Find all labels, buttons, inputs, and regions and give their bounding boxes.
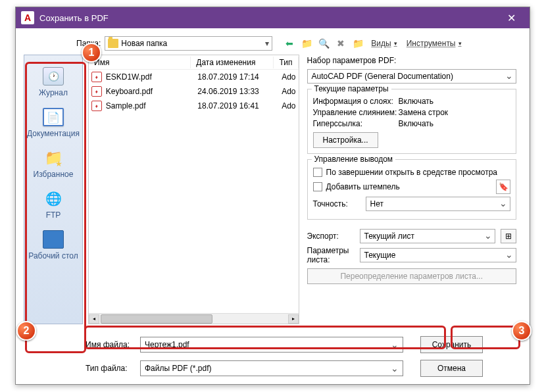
settings-button[interactable]: Настройка... (313, 132, 378, 148)
file-date: 18.07.2019 16:41 (197, 101, 282, 110)
precision-select[interactable]: Нет (366, 197, 511, 211)
pdf-icon: ♦ (91, 86, 102, 97)
pdf-options-panel: Набор параметров PDF: AutoCAD PDF (Gener… (305, 55, 522, 324)
sidebar-item-ftp[interactable]: FTP (27, 185, 80, 224)
sidebar-item-label: FTP (46, 210, 61, 220)
precision-label: Точность: (313, 199, 360, 208)
sidebar-item-label: Избранное (34, 170, 74, 179)
param-label: Информация о слоях: (313, 97, 399, 106)
back-icon[interactable]: ⬅ (283, 37, 296, 50)
param-value: Замена строк (399, 108, 449, 117)
sidebar-item-desktop[interactable]: Рабочий стол (27, 226, 80, 264)
group-title: Управление выводом (312, 155, 396, 164)
app-icon: A (21, 11, 34, 24)
group-title: Текущие параметры (312, 84, 391, 93)
callout-1: 1 (82, 43, 101, 62)
save-button[interactable]: Сохранить (420, 336, 483, 353)
stamp-settings-icon[interactable]: 🔖 (496, 180, 510, 194)
file-name: Keyboard.pdf (106, 87, 198, 96)
callout-2: 2 (16, 321, 36, 341)
filetype-select[interactable]: Файлы PDF (*.pdf) (140, 360, 403, 376)
override-button[interactable]: Переопределение параметров листа... (307, 268, 517, 284)
docs-icon (43, 108, 64, 126)
window-title: Сохранить в PDF (39, 13, 498, 23)
file-type: Ado (282, 87, 295, 96)
callout-3: 3 (512, 321, 532, 341)
preset-label: Набор параметров PDF: (307, 56, 517, 65)
sidebar-item-label: Рабочий стол (28, 251, 78, 260)
param-value: Включать (399, 97, 434, 106)
file-date: 24.06.2019 13:33 (197, 87, 282, 96)
sidebar-item-favorites[interactable]: Избранное (27, 145, 80, 183)
export-options-icon[interactable]: ⊞ (501, 229, 516, 243)
filename-input[interactable]: Чертеж1.pdf (140, 337, 403, 353)
col-date[interactable]: Дата изменения (191, 57, 274, 68)
tools-menu[interactable]: Инструменты (404, 39, 464, 48)
scroll-right-icon[interactable]: ▸ (288, 314, 299, 324)
sidebar-item-label: Журнал (39, 88, 68, 97)
file-row[interactable]: ♦ Sample.pdf 18.07.2019 16:41 Ado (89, 99, 299, 113)
file-list-header: Имя Дата изменения Тип (89, 55, 299, 70)
scroll-left-icon[interactable]: ◂ (89, 314, 99, 324)
stamp-checkbox[interactable] (313, 182, 322, 191)
scroll-thumb[interactable] (101, 314, 212, 324)
param-value: Включать (399, 119, 434, 128)
col-name[interactable]: Имя (89, 57, 191, 68)
file-row[interactable]: ♦ ESKD1W.pdf 18.07.2019 17:14 Ado (89, 70, 299, 84)
close-button[interactable]: ✕ (498, 7, 524, 28)
file-date: 18.07.2019 17:14 (197, 72, 282, 82)
desktop-icon (43, 230, 64, 249)
folder-icon (108, 39, 118, 48)
places-sidebar: Журнал Документация Избранное FTP Рабочи… (24, 55, 83, 324)
file-type: Ado (282, 72, 295, 82)
titlebar: A Сохранить в PDF ✕ (16, 7, 530, 28)
sidebar-item-docs[interactable]: Документация (27, 104, 80, 142)
views-menu[interactable]: Виды (368, 39, 399, 48)
pdf-icon: ♦ (91, 72, 102, 82)
file-row[interactable]: ♦ Keyboard.pdf 24.06.2019 13:33 Ado (89, 84, 299, 99)
cancel-button[interactable]: Отмена (420, 360, 483, 377)
favorites-icon (43, 149, 64, 167)
history-icon (43, 67, 64, 86)
output-group: Управление выводом По завершении открыть… (307, 159, 517, 220)
sidebar-item-history[interactable]: Журнал (27, 63, 80, 101)
open-viewer-checkbox[interactable] (313, 168, 322, 177)
preset-value: AutoCAD PDF (General Documentation) (312, 72, 453, 81)
file-type: Ado (282, 101, 295, 110)
checkbox-label: Добавить штемпель (326, 182, 400, 191)
param-label: Гиперссылка: (313, 119, 399, 128)
current-params-group: Текущие параметры Информация о слоях:Вкл… (307, 89, 517, 154)
sheet-params-select[interactable]: Текущие (360, 248, 517, 262)
file-name: ESKD1W.pdf (106, 72, 198, 82)
pdf-icon: ♦ (91, 101, 102, 111)
file-list[interactable]: ♦ ESKD1W.pdf 18.07.2019 17:14 Ado ♦ Keyb… (89, 70, 299, 313)
param-label: Управление слиянием: (313, 108, 399, 117)
delete-icon[interactable]: ✖ (334, 37, 347, 50)
up-folder-icon[interactable]: 📁 (300, 37, 313, 50)
folder-value: Новая папка (121, 39, 167, 48)
export-select[interactable]: Текущий лист (360, 229, 496, 243)
checkbox-label: По завершении открыть в средстве просмот… (326, 168, 498, 177)
export-label: Экспорт: (307, 232, 355, 241)
sheet-params-label: Параметры листа: (307, 246, 355, 264)
search-icon[interactable]: 🔍 (317, 37, 330, 50)
ftp-icon (43, 189, 64, 208)
filename-label: Имя файла: (86, 340, 135, 349)
new-folder-icon[interactable]: 📁 (351, 37, 364, 50)
file-name: Sample.pdf (106, 101, 198, 110)
file-list-panel: Имя Дата изменения Тип ♦ ESKD1W.pdf 18.0… (88, 55, 299, 324)
save-pdf-dialog: A Сохранить в PDF ✕ Папка: Новая папка ⬅… (15, 7, 530, 385)
filetype-label: Тип файла: (86, 364, 135, 373)
preset-select[interactable]: AutoCAD PDF (General Documentation) (307, 69, 517, 84)
sidebar-item-label: Документация (27, 129, 80, 138)
hscrollbar[interactable]: ◂ ▸ (89, 313, 299, 324)
folder-combo[interactable]: Новая папка (105, 36, 272, 51)
col-type[interactable]: Тип (274, 57, 298, 68)
